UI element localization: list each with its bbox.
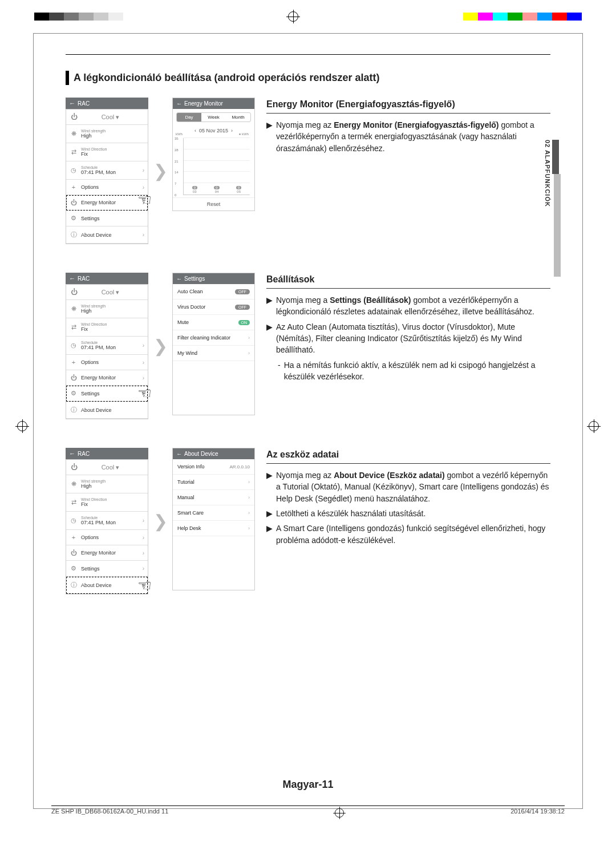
item-about-device[interactable]: ⓘ About Device › (66, 226, 148, 244)
mode-row[interactable]: ⏻ Cool ▾ (66, 285, 148, 300)
setting-auto-clean[interactable]: Auto CleanOFF (173, 284, 254, 299)
flow-arrow-icon: ❯ (151, 161, 170, 181)
row-energy-monitor: ← RAC ⏻ Cool ▾ ❋ Wind strengthHigh ⇄ Win… (66, 98, 550, 244)
desc-about: Az eszköz adatai ▶Nyomja meg az About De… (266, 448, 550, 549)
about-smart-care[interactable]: Smart Care› (173, 505, 254, 521)
reset-button[interactable]: Reset (173, 197, 254, 211)
sub-header[interactable]: ← Energy Monitor (173, 98, 254, 109)
energy-chart: kWh ● kWh 35 28 21 14 7 0 003 004 005 (183, 138, 250, 195)
back-icon: ← (69, 450, 75, 457)
info-icon: ⓘ (70, 230, 78, 239)
clock-icon: ◷ (70, 167, 78, 174)
item-energy-monitor[interactable]: ⏻Energy Monitor› (66, 370, 148, 386)
setting-my-wind[interactable]: My Wind› (173, 346, 254, 361)
section-heading: Beállítások (266, 273, 550, 289)
item-wind-strength[interactable]: ❋ Wind strengthHigh (66, 125, 148, 143)
sub-header[interactable]: ←About Device (173, 448, 254, 459)
item-options[interactable]: +Options› (66, 530, 148, 545)
bullet: ▶Nyomja meg az About Device (Eszköz adat… (266, 469, 550, 504)
sub-bullet: -Ha a némítás funkció aktív, a készülék … (278, 359, 550, 383)
screen-about: ←About Device Version InfoAR.0.0.10 Tuto… (172, 448, 255, 590)
chevron-right-icon: › (143, 200, 144, 206)
item-wind-direction[interactable]: ⇄Wind DirectionFix (66, 493, 148, 512)
section-tab: 02 ALAPFUNKCIÓK (544, 140, 561, 277)
chevron-right-icon: › (143, 167, 144, 173)
registration-mark-icon (288, 11, 298, 22)
bar-2: 005 (236, 186, 241, 193)
desc-settings: Beállítások ▶Nyomja meg a Settings (Beál… (266, 273, 550, 384)
item-settings[interactable]: ⚙Settings› (66, 386, 148, 402)
info-icon: ⓘ (70, 581, 78, 589)
mode-row[interactable]: ⏻Cool ▾ (66, 460, 148, 475)
desc-energy: Energy Monitor (Energiafogyasztás-figyel… (266, 98, 550, 157)
tab-day[interactable]: Day (177, 113, 201, 122)
sub-header-title: Energy Monitor (184, 100, 223, 107)
print-footer: ZE SHP IB_DB68-06162A-00_HU.indd 11 2016… (51, 805, 565, 818)
item-wind-strength[interactable]: ❋Wind strengthHigh (66, 300, 148, 318)
y-tick: 14 (175, 171, 179, 174)
footer-filename: ZE SHP IB_DB68-06162A-00_HU.indd 11 (51, 808, 168, 818)
section-tab-marker (552, 140, 559, 174)
power-icon: ⏻ (71, 463, 78, 471)
setting-mute[interactable]: MuteON (173, 315, 254, 330)
back-icon: ← (176, 276, 182, 282)
registration-mark-icon (589, 421, 599, 431)
screen-energy-monitor: ← Energy Monitor Day Week Month ‹ 05 Nov… (172, 98, 255, 211)
item-options[interactable]: +Options› (66, 355, 148, 370)
item-wind-direction[interactable]: ⇄Wind DirectionFix (66, 318, 148, 337)
gear-icon: ⚙ (70, 214, 78, 222)
energy-icon: ⏻ (70, 199, 78, 206)
power-icon: ⏻ (71, 113, 78, 121)
back-icon: ← (69, 275, 75, 282)
item-energy-monitor[interactable]: ⏻Energy Monitor› (66, 545, 148, 561)
item-schedule[interactable]: ◷Schedule07:41 PM, Mon› (66, 337, 148, 355)
chart-legend: ● kWh (239, 132, 249, 136)
y-tick: 35 (175, 137, 179, 140)
about-tutorial[interactable]: Tutorial› (173, 475, 254, 490)
item-about-device[interactable]: ⓘAbout Device› (66, 577, 148, 594)
setting-filter-indicator[interactable]: Filter cleaning Indicator› (173, 330, 254, 346)
sub-header[interactable]: ←Settings (173, 273, 254, 284)
item-settings[interactable]: ⚙ Settings (66, 211, 148, 226)
item-settings[interactable]: ⚙Settings› (66, 561, 148, 577)
registration-mark-icon (17, 421, 27, 431)
phone-header[interactable]: ← RAC (66, 98, 148, 109)
item-energy-monitor[interactable]: ⏻ Energy Monitor › (66, 195, 148, 211)
item-about-device[interactable]: ⓘAbout Device (66, 402, 148, 419)
power-icon: ⏻ (71, 288, 78, 296)
bullet: ▶Nyomja meg a Settings (Beállítások) gom… (266, 294, 550, 318)
about-version[interactable]: Version InfoAR.0.0.10 (173, 459, 254, 475)
chevron-right-icon: › (143, 184, 144, 191)
phone-rac-energy: ← RAC ⏻ Cool ▾ ❋ Wind strengthHigh ⇄ Win… (66, 98, 148, 244)
item-wind-strength[interactable]: ❋Wind strengthHigh (66, 475, 148, 493)
item-schedule[interactable]: ◷ Schedule07:41 PM, Mon › (66, 161, 148, 180)
bullet: ▶A Smart Care (Intelligens gondozás) fun… (266, 523, 550, 546)
about-help-desk[interactable]: Help Desk› (173, 521, 254, 536)
bullet-icon: ▶ (266, 119, 273, 154)
fan-icon: ❋ (70, 130, 78, 137)
tab-week[interactable]: Week (201, 113, 226, 122)
footer-timestamp: 2016/4/14 19:38:12 (510, 808, 565, 818)
y-axis-unit: kWh (176, 132, 183, 136)
tab-month[interactable]: Month (226, 113, 250, 122)
bar-1: 004 (214, 186, 219, 193)
period-tabs: Day Week Month (176, 112, 251, 122)
setting-virus-doctor[interactable]: Virus DoctorOFF (173, 299, 254, 315)
section-tab-bar (554, 174, 561, 277)
item-options[interactable]: + Options › (66, 180, 148, 195)
about-manual[interactable]: Manual› (173, 490, 254, 505)
item-wind-direction[interactable]: ⇄ Wind DirectionFix (66, 143, 148, 161)
phone-rac-about: ←RAC ⏻Cool ▾ ❋Wind strengthHigh ⇄Wind Di… (66, 448, 148, 594)
bar-0: 003 (192, 186, 197, 193)
item-schedule[interactable]: ◷Schedule07:41 PM, Mon› (66, 512, 148, 530)
page-title: A légkondicionáló beállítása (android op… (66, 71, 550, 85)
phone-header[interactable]: ←RAC (66, 448, 148, 459)
y-tick: 7 (175, 182, 176, 185)
section-tab-label: 02 ALAPFUNKCIÓK (544, 140, 552, 207)
back-icon: ← (176, 451, 182, 457)
phone-rac-settings: ← RAC ⏻ Cool ▾ ❋Wind strengthHigh ⇄Wind … (66, 273, 148, 419)
mode-row[interactable]: ⏻ Cool ▾ (66, 110, 148, 125)
y-tick: 28 (175, 148, 179, 152)
plus-icon: + (70, 184, 78, 191)
phone-header[interactable]: ← RAC (66, 273, 148, 284)
